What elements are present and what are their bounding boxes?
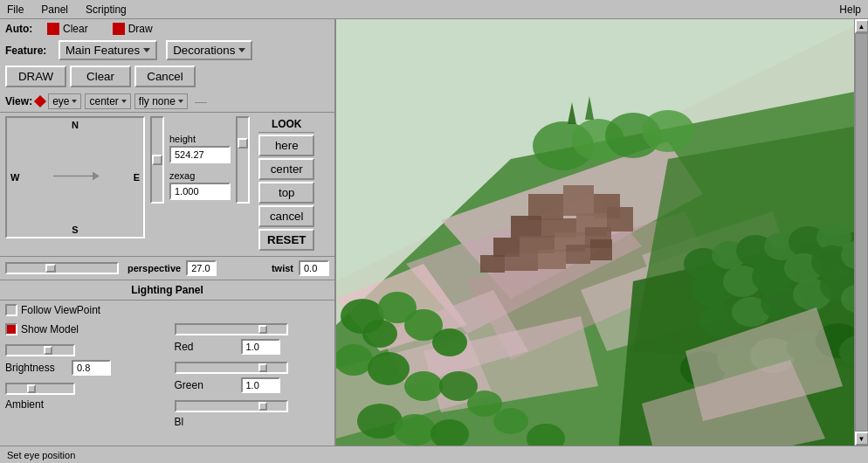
look-top-button[interactable]: top <box>258 182 314 204</box>
twist-value[interactable] <box>299 260 329 276</box>
svg-rect-20 <box>480 255 505 273</box>
green-input[interactable] <box>241 377 280 393</box>
red-row: Red <box>175 339 330 355</box>
fly-label: fly none <box>139 95 176 107</box>
vertical-slider2-area <box>236 116 250 251</box>
clear-check[interactable]: Clear <box>47 23 88 35</box>
zexag-input[interactable] <box>169 183 231 200</box>
brightness-input[interactable] <box>72 360 111 376</box>
menu-help[interactable]: Help <box>836 2 865 17</box>
red-input[interactable] <box>241 339 280 355</box>
draw-label: Draw <box>128 23 153 35</box>
blue-thumb <box>258 402 267 411</box>
vertical-slider-thumb <box>152 155 162 165</box>
scroll-up-button[interactable]: ▲ <box>855 19 869 33</box>
svg-point-35 <box>362 320 397 348</box>
nav-area: N S E W h <box>0 112 334 256</box>
eye-dropdown[interactable]: eye <box>48 93 81 109</box>
viewport[interactable]: ▲ ▼ <box>336 19 868 446</box>
ambient-slider[interactable] <box>5 383 75 395</box>
green-thumb <box>258 363 267 372</box>
show-model-checkbox[interactable] <box>5 323 17 335</box>
compass-box[interactable]: N S E W <box>5 116 145 238</box>
brightness-row: Brightness <box>5 360 161 376</box>
brightness-label: Brightness <box>5 362 66 374</box>
lighting-panel: Lighting Panel Follow ViewPoint Show Mo <box>0 280 334 446</box>
zexag-group: zexag <box>169 170 231 200</box>
svg-rect-12 <box>511 216 541 238</box>
viewport-scrollbar[interactable]: ▲ ▼ <box>854 19 868 446</box>
show-model-row[interactable]: Show Model <box>5 323 161 335</box>
ambient-row: Ambient <box>5 398 161 411</box>
look-title: LOOK <box>258 116 314 133</box>
blue-slider[interactable] <box>175 400 288 412</box>
main-content: Auto: Clear Draw Feature: Main Features … <box>0 19 868 446</box>
center-arrow-icon <box>121 100 127 103</box>
perspective-value[interactable] <box>186 260 217 276</box>
ambient-label: Ambient <box>5 398 66 411</box>
vertical-slider2-thumb <box>238 138 248 149</box>
left-panel: Auto: Clear Draw Feature: Main Features … <box>0 19 336 446</box>
svg-point-42 <box>467 390 502 417</box>
menu-scripting[interactable]: Scripting <box>82 2 130 17</box>
vertical-slider-area <box>150 116 164 251</box>
lighting-left: Follow ViewPoint Show Model Bri <box>5 304 161 432</box>
green-slider[interactable] <box>175 362 288 374</box>
height-group: height <box>169 134 231 163</box>
follow-viewport-checkbox[interactable] <box>5 304 17 316</box>
red-thumb <box>258 325 267 334</box>
svg-rect-10 <box>563 185 594 216</box>
input-fields: height zexag <box>169 134 231 251</box>
main-features-label: Main Features <box>65 44 140 57</box>
scroll-down-button[interactable]: ▼ <box>855 432 869 446</box>
scroll-track[interactable] <box>855 33 868 432</box>
height-input[interactable] <box>169 146 231 163</box>
action-row: DRAW Clear Cancel <box>0 62 334 91</box>
draw-button[interactable]: DRAW <box>5 66 66 87</box>
blue-row: Bl <box>175 416 330 428</box>
blue-label: Bl <box>175 416 236 428</box>
look-here-button[interactable]: here <box>258 135 314 156</box>
draw-check[interactable]: Draw <box>113 23 153 35</box>
compass-north: N <box>72 120 79 130</box>
menu-file[interactable]: File <box>3 2 27 17</box>
show-model-checked-icon <box>7 325 16 334</box>
view-row: View: eye center fly none — <box>0 91 334 112</box>
main-features-arrow-icon <box>143 48 150 52</box>
terrain-svg <box>336 19 868 446</box>
menu-panel[interactable]: Panel <box>38 2 72 17</box>
view-diamond-icon <box>34 95 46 107</box>
eye-arrow-icon <box>72 100 77 103</box>
perspective-slider[interactable] <box>5 262 119 274</box>
vertical-slider2[interactable] <box>236 116 250 204</box>
perspective-slider-thumb <box>45 264 56 273</box>
auto-row: Auto: Clear Draw <box>0 19 334 38</box>
draw-check-icon <box>113 23 125 35</box>
lighting-content: Follow ViewPoint Show Model Bri <box>0 301 334 435</box>
main-features-dropdown[interactable]: Main Features <box>59 40 157 60</box>
svg-rect-23 <box>566 245 590 264</box>
fly-dropdown[interactable]: fly none <box>134 93 188 109</box>
svg-point-44 <box>394 414 436 446</box>
svg-point-38 <box>336 344 373 376</box>
follow-viewport-row[interactable]: Follow ViewPoint <box>5 304 161 316</box>
eye-label: eye <box>52 95 69 107</box>
svg-point-37 <box>432 328 467 356</box>
green-label: Green <box>175 379 236 391</box>
zexag-label: zexag <box>169 170 231 181</box>
vertical-slider[interactable] <box>150 116 164 204</box>
view-dash: — <box>195 94 207 108</box>
cancel-button[interactable]: Cancel <box>134 66 196 87</box>
look-center-button[interactable]: center <box>258 158 314 180</box>
svg-rect-24 <box>590 239 612 260</box>
look-reset-button[interactable]: RESET <box>258 229 314 251</box>
red-slider[interactable] <box>175 323 288 335</box>
compass-arrow-icon <box>49 159 101 197</box>
decorations-dropdown[interactable]: Decorations <box>166 40 252 60</box>
center-dropdown[interactable]: center <box>85 93 130 109</box>
decorations-arrow-icon <box>238 48 245 52</box>
compass-west: W <box>10 172 19 183</box>
brightness-slider[interactable] <box>5 344 75 356</box>
clear-button[interactable]: Clear <box>70 66 131 87</box>
look-cancel-button[interactable]: cancel <box>258 205 314 227</box>
